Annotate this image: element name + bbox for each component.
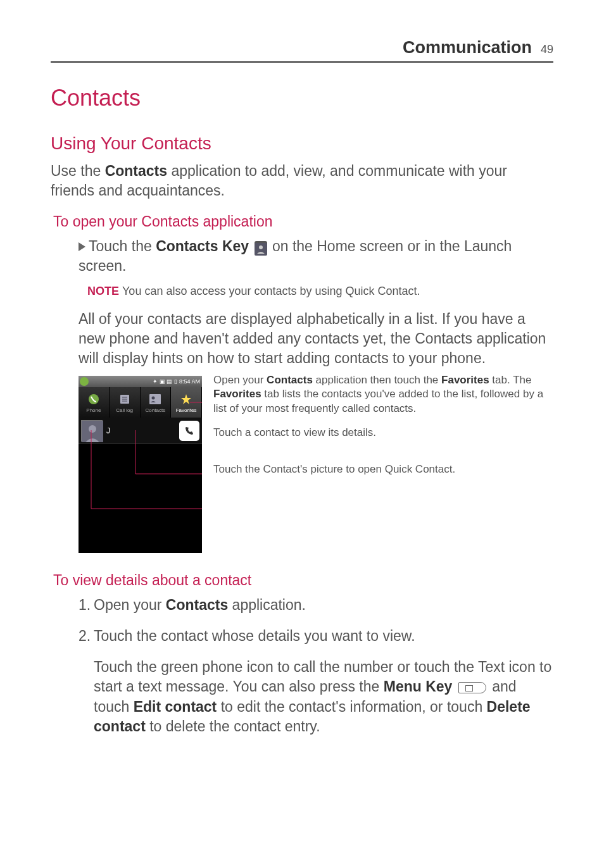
svg-point-1 bbox=[259, 245, 263, 249]
tab-call-log[interactable]: Call log bbox=[110, 387, 141, 418]
bullet-instruction: Touch the Contacts Key on the Home scree… bbox=[79, 237, 553, 276]
svg-point-8 bbox=[152, 396, 155, 399]
menu-key-icon bbox=[458, 682, 486, 693]
contact-row[interactable]: J bbox=[79, 418, 202, 444]
callout-favorites: Open your Contacts application then touc… bbox=[213, 373, 553, 415]
step-2: 2. Touch the contact whose details you w… bbox=[79, 626, 553, 646]
section-title: Communication bbox=[403, 38, 532, 58]
favorites-tab-icon bbox=[179, 392, 193, 406]
step-text: Touch the contact whose details you want… bbox=[94, 626, 415, 646]
calllog-tab-icon bbox=[118, 392, 132, 406]
text: tab lists the contacts you've added to t… bbox=[213, 388, 543, 414]
svg-rect-7 bbox=[149, 394, 161, 404]
text-bold: Contacts Key bbox=[156, 238, 249, 254]
tab-phone[interactable]: Phone bbox=[79, 387, 110, 418]
text-bold: Contacts bbox=[105, 163, 167, 179]
callout-touch-picture: Touch the Contact's picture to open Quic… bbox=[213, 462, 553, 476]
tab-label: Contacts bbox=[146, 407, 166, 413]
heading-open-contacts: To open your Contacts application bbox=[53, 213, 553, 230]
contacts-key-icon bbox=[255, 241, 267, 254]
heading-view-details: To view details about a contact bbox=[53, 572, 553, 589]
text-bold: Menu Key bbox=[384, 678, 453, 695]
text-bold: Contacts bbox=[267, 374, 313, 386]
tab-bar: Phone Call log Contacts Favorites bbox=[79, 387, 202, 418]
text-bold: Favorites bbox=[213, 388, 261, 400]
tab-label: Phone bbox=[86, 407, 101, 413]
tab-favorites[interactable]: Favorites bbox=[171, 387, 202, 418]
text: to edit the contact's information, or to… bbox=[217, 698, 486, 715]
text-bold: Edit contact bbox=[134, 698, 217, 715]
tab-contacts[interactable]: Contacts bbox=[141, 387, 172, 418]
contact-picture[interactable] bbox=[81, 420, 103, 442]
status-time: 8:54 AM bbox=[179, 378, 200, 385]
note: NOTEYou can also access your contacts by… bbox=[87, 285, 553, 298]
step-number: 2. bbox=[79, 626, 94, 646]
phone-tab-icon bbox=[87, 392, 101, 406]
numbered-list: 1. Open your Contacts application. 2. To… bbox=[79, 595, 553, 646]
text-bold: Favorites bbox=[441, 374, 489, 386]
note-label: NOTE bbox=[87, 285, 119, 297]
page-number: 49 bbox=[541, 43, 553, 56]
step-number: 1. bbox=[79, 595, 94, 615]
status-bar: ✦ ▣ ▤ ▯ 8:54 AM bbox=[79, 376, 202, 387]
text: Use the bbox=[51, 163, 105, 179]
alpha-paragraph: All of your contacts are displayed alpha… bbox=[79, 309, 553, 368]
step-text: Open your Contacts application. bbox=[94, 595, 306, 615]
heading-using-contacts: Using Your Contacts bbox=[51, 133, 553, 154]
text: Open your bbox=[213, 374, 267, 386]
notification-icon bbox=[80, 377, 89, 386]
text: Touch the bbox=[89, 238, 156, 254]
details-paragraph: Touch the green phone icon to call the n… bbox=[94, 657, 553, 736]
screenshot-section: ✦ ▣ ▤ ▯ 8:54 AM Phone Call log Contacts … bbox=[79, 376, 553, 553]
text: tab. The bbox=[489, 374, 532, 386]
intro-paragraph: Use the Contacts application to add, vie… bbox=[51, 161, 553, 201]
status-icons: ✦ ▣ ▤ ▯ bbox=[153, 378, 177, 385]
tab-label: Favorites bbox=[176, 407, 197, 413]
phone-screenshot: ✦ ▣ ▤ ▯ 8:54 AM Phone Call log Contacts … bbox=[79, 376, 202, 553]
svg-marker-9 bbox=[181, 394, 191, 404]
page-header: Communication 49 bbox=[51, 38, 553, 63]
text: Open your bbox=[94, 597, 166, 613]
contacts-tab-icon bbox=[148, 392, 162, 406]
contact-name: J bbox=[106, 426, 179, 435]
svg-point-2 bbox=[89, 394, 99, 404]
text: application. bbox=[228, 597, 306, 613]
bullet-triangle-icon bbox=[79, 242, 85, 251]
step-1: 1. Open your Contacts application. bbox=[79, 595, 553, 615]
note-text: You can also access your contacts by usi… bbox=[122, 285, 420, 297]
tab-label: Call log bbox=[116, 407, 133, 413]
call-button[interactable] bbox=[179, 421, 199, 441]
text: application then touch the bbox=[313, 374, 441, 386]
callouts: Open your Contacts application then touc… bbox=[202, 376, 553, 553]
svg-point-11 bbox=[89, 425, 96, 433]
heading-contacts: Contacts bbox=[51, 85, 553, 111]
text: to delete the contact entry. bbox=[146, 718, 320, 735]
callout-touch-contact: Touch a contact to view its details. bbox=[213, 426, 553, 440]
text-bold: Contacts bbox=[166, 597, 228, 613]
